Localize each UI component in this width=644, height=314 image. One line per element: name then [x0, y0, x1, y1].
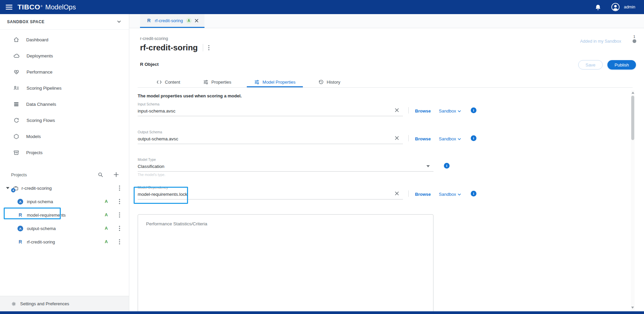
sidebar-item-deployments[interactable]: Deployments: [0, 48, 129, 64]
status-badge: A: [105, 199, 108, 204]
expand-caret-icon[interactable]: [6, 187, 9, 189]
field-label: Model Type: [138, 158, 433, 162]
avro-file-icon: A: [17, 226, 23, 231]
chevron-down-icon: [458, 193, 461, 195]
settings-button[interactable]: Settings and Preferences: [0, 296, 129, 311]
sandbox-dropdown[interactable]: Sandbox: [439, 136, 461, 141]
browse-button[interactable]: Browse: [415, 108, 431, 114]
kebab-menu-icon[interactable]: [119, 199, 120, 204]
field-label: Model Dependency: [138, 186, 403, 189]
scoring-pipelines-icon: [13, 85, 19, 91]
clear-icon[interactable]: [395, 108, 399, 112]
clear-icon[interactable]: [395, 191, 399, 195]
title-kebab-menu-icon[interactable]: [208, 45, 210, 50]
tab-model-properties[interactable]: Model Properties: [247, 77, 303, 87]
sidebar-item-projects[interactable]: Projects: [0, 144, 129, 161]
info-icon[interactable]: [471, 107, 476, 113]
sandbox-count-value: 1: [632, 35, 637, 39]
search-icon[interactable]: [98, 172, 103, 178]
tree-item-model-requirements[interactable]: R model-requirements A: [0, 208, 129, 222]
document-tab-label: rf-credit-soring: [155, 18, 183, 23]
save-button[interactable]: Save: [578, 60, 603, 70]
sandbox-count-indicator[interactable]: 1: [632, 35, 637, 43]
action-buttons: Save Publish: [578, 60, 636, 70]
kebab-menu-icon[interactable]: [119, 239, 120, 244]
sandbox-note: Added in my Sandbox: [580, 39, 621, 44]
user-avatar[interactable]: [611, 3, 620, 11]
sidebar-item-performance[interactable]: Performance: [0, 64, 129, 80]
tree-item-label: input-schema: [27, 199, 53, 204]
detail-tabs: Content Properties Model Properties Hist…: [138, 77, 633, 88]
dashboard-icon: [13, 37, 19, 43]
info-icon[interactable]: [471, 135, 476, 141]
bottom-strip: [0, 311, 644, 314]
sidebar-item-label: Dashboard: [26, 37, 48, 42]
field-value[interactable]: output-schema.avsc: [138, 137, 403, 141]
dropdown-caret-icon[interactable]: [426, 165, 430, 167]
topbar: TIBCO® ModelOps admin: [0, 0, 644, 14]
clear-icon[interactable]: [395, 136, 399, 140]
sidebar-nav: Dashboard Deployments Performance Scorin…: [0, 30, 129, 161]
space-selector[interactable]: SANDBOX SPACE: [0, 14, 129, 30]
info-icon[interactable]: [444, 163, 450, 169]
tab-history[interactable]: History: [311, 77, 348, 87]
field-label: Input Schema: [138, 102, 403, 106]
username[interactable]: admin: [624, 5, 635, 9]
kebab-menu-icon[interactable]: [119, 226, 120, 231]
tree-item-rf-credit-soring[interactable]: R rf-credit-soring A: [0, 235, 129, 249]
divider: [408, 107, 409, 114]
sidebar-item-data-channels[interactable]: Data Channels: [0, 96, 129, 112]
tree-item-output-schema[interactable]: A output-schema A: [0, 222, 129, 235]
deployments-icon: [13, 53, 19, 59]
performance-icon: [13, 69, 19, 75]
main-area: R rf-credit-soring A r-credit-scoring rf…: [129, 14, 644, 311]
sidebar-item-dashboard[interactable]: Dashboard: [0, 32, 129, 48]
tab-content[interactable]: Content: [149, 77, 188, 87]
close-tab-icon[interactable]: [195, 19, 198, 23]
project-briefcase-icon: 4: [13, 185, 19, 191]
scroll-up-icon[interactable]: [632, 92, 634, 94]
tree-item-input-schema[interactable]: A input-schema A: [0, 195, 129, 208]
projects-header-label: Projects: [11, 172, 27, 177]
tab-label: Content: [165, 80, 180, 85]
sidebar-item-models[interactable]: Models: [0, 128, 129, 144]
kebab-menu-icon[interactable]: [119, 212, 120, 218]
code-icon: [156, 80, 162, 84]
sidebar-item-label: Deployments: [27, 53, 53, 58]
kebab-menu-icon[interactable]: [119, 185, 120, 191]
sandbox-dot-icon: [633, 39, 636, 43]
add-project-icon[interactable]: [113, 172, 119, 177]
tree-root-label: r-credit-scoring: [21, 186, 52, 191]
browse-button[interactable]: Browse: [415, 136, 431, 141]
sandbox-dropdown[interactable]: Sandbox: [439, 108, 461, 114]
space-label: SANDBOX SPACE: [7, 19, 45, 24]
browse-button[interactable]: Browse: [415, 192, 431, 197]
registered-mark: ®: [41, 5, 43, 8]
sidebar: SANDBOX SPACE Dashboard Deployments: [0, 14, 129, 311]
sidebar-item-label: Models: [26, 134, 41, 139]
scroll-down-icon[interactable]: [631, 307, 634, 309]
publish-button[interactable]: Publish: [607, 60, 636, 70]
performance-statistics-box[interactable]: Performance Statistics/Criteria: [138, 214, 433, 311]
tree-root-r-credit-scoring[interactable]: 4 r-credit-scoring: [0, 181, 129, 195]
tab-properties[interactable]: Properties: [196, 77, 239, 87]
vertical-scrollbar[interactable]: [631, 90, 635, 311]
sandbox-dropdown[interactable]: Sandbox: [439, 192, 461, 197]
info-icon[interactable]: [471, 191, 476, 196]
tab-label: History: [327, 80, 340, 85]
notifications-icon[interactable]: [595, 4, 601, 10]
field-value[interactable]: Classification: [138, 164, 433, 169]
performance-statistics-label: Performance Statistics/Criteria: [138, 215, 433, 226]
menu-icon[interactable]: [6, 5, 12, 10]
project-count-badge: 4: [11, 188, 15, 192]
scrollbar-thumb[interactable]: [631, 96, 634, 140]
page-title: rf-credit-soring: [140, 43, 198, 52]
sliders-icon: [203, 80, 209, 85]
sidebar-item-scoring-pipelines[interactable]: Scoring Pipelines: [0, 80, 129, 96]
field-value[interactable]: input-schema.avsc: [138, 109, 403, 114]
field-value[interactable]: model-requirements.lock: [138, 192, 403, 197]
sidebar-item-scoring-flows[interactable]: Scoring Flows: [0, 112, 129, 128]
breadcrumb[interactable]: r-credit-scoring: [140, 36, 168, 41]
document-tab-rf-credit-soring[interactable]: R rf-credit-soring A: [140, 14, 204, 28]
chevron-down-icon: [117, 20, 121, 23]
